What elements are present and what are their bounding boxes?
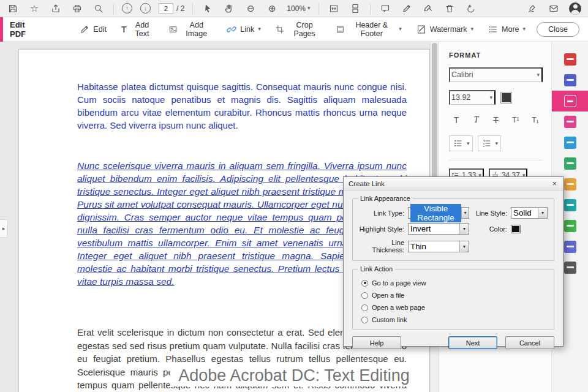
previous-page-button[interactable]: ↑ [122,3,132,13]
radio-button-icon[interactable] [361,304,368,311]
bullet-list-button[interactable] [452,138,464,149]
signature-button[interactable] [526,2,539,15]
combo-arrow[interactable]: ▾ [538,208,547,218]
pointer-icon [203,4,213,13]
chevron-down-icon: ▾ [307,6,311,11]
edit-icon [80,24,89,34]
edit-button[interactable]: Edit [76,22,110,37]
numbered-list-button[interactable] [481,138,493,149]
more-label: More [502,25,519,34]
toolbar-divider [192,3,193,14]
tool-send-review[interactable] [552,153,588,174]
crop-pages-button[interactable]: Crop Pages [272,18,325,40]
radio-button-icon[interactable] [361,280,368,287]
more-button[interactable]: More ▾ [484,22,529,37]
font-family-select[interactable]: Calibri ▾ [449,67,543,82]
radio-button-icon[interactable] [361,317,368,323]
paragraph[interactable]: Habitasse platea dictumst quisque sagitt… [77,80,407,132]
star-icon: ☆ [30,3,38,14]
scrollbar-thumb[interactable] [432,43,437,185]
comment-tool-button[interactable] [379,2,392,15]
account-button[interactable] [568,2,582,15]
panel-expand-arrow[interactable]: ▸ [0,219,8,238]
tool-fill-sign[interactable] [552,132,588,153]
help-button[interactable]: Help [352,336,401,349]
strikethrough-button[interactable]: T [488,113,503,127]
comment-bubble-icon [380,4,390,13]
close-button[interactable]: Close [537,22,579,37]
panel-divider [449,160,543,160]
italic-button[interactable]: T [469,113,483,127]
header-footer-button[interactable]: Header & Footer ▾ [333,18,405,40]
combo-arrow[interactable]: ▾ [459,224,469,234]
highlight-style-select[interactable]: Invert ▾ [408,223,469,235]
add-image-label: Add Image [181,21,212,38]
tool-create-pdf[interactable] [552,70,588,91]
avatar [569,2,581,15]
radio-open-a-web-page[interactable]: Open a web page [361,302,548,313]
dialog-close-button[interactable]: × [551,179,558,188]
header-footer-icon [336,24,344,34]
line-style-select[interactable]: Solid ▾ [511,207,548,219]
superscript-button[interactable]: T¹ [508,113,523,127]
hand-tool-button[interactable] [222,2,236,15]
add-text-button[interactable]: T Add Text [118,18,158,40]
chevron-down-icon[interactable]: ▾ [496,141,499,146]
share-button[interactable] [49,2,62,15]
undo-button[interactable] [464,2,478,15]
highlight-tool-button[interactable] [400,2,413,15]
chevron-down-icon[interactable]: ▾ [467,141,470,146]
header-footer-label: Header & Footer [348,21,395,38]
next-button[interactable]: Next [448,336,497,349]
print-button[interactable] [70,2,84,15]
chevron-down-icon: ▾ [537,72,540,78]
scrolling-pages-icon [350,4,360,13]
subscript-button[interactable]: T₁ [528,113,543,127]
radio-button-icon[interactable] [361,292,368,299]
link-color-swatch[interactable] [511,225,521,233]
search-button[interactable] [92,2,105,15]
enhance-scans-icon [564,220,576,232]
up-arrow-icon: ↑ [126,4,129,13]
tool-edit-pdf[interactable] [552,91,588,111]
line-thickness-select[interactable]: Thin ▾ [408,241,469,252]
radio-go-to-page-view[interactable]: Go to a page view [361,277,548,288]
delete-button[interactable] [443,2,456,15]
save-button[interactable] [6,2,20,15]
zoom-in-button[interactable]: ⊕ [265,2,279,15]
radio-custom-link[interactable]: Custom link [361,314,548,325]
color-label: Color: [473,225,507,233]
close-icon: × [552,179,557,188]
link-button[interactable]: Link ▾ [223,22,264,37]
select-tool-button[interactable] [201,2,214,15]
page-number-input[interactable]: 2 [159,3,173,14]
fit-page-button[interactable] [327,2,341,15]
dialog-title-bar[interactable]: Create Link × [344,177,563,190]
sign-tool-button[interactable] [421,2,435,15]
combo-arrow[interactable]: ▾ [461,208,469,218]
font-color-swatch[interactable] [500,92,512,104]
font-size-select[interactable]: 13.92 ▾ [449,90,496,105]
page-display-button[interactable] [349,2,362,15]
cancel-button[interactable]: Cancel [505,336,554,349]
zoom-out-button[interactable]: ⊖ [244,2,257,15]
list-icon [488,24,498,34]
zoom-level-select[interactable]: 100% ▾ [287,4,310,13]
add-image-button[interactable]: Add Image [165,18,216,40]
page-total-label: / 2 [176,4,184,13]
bullet-list-group: ▾ [449,135,473,151]
line-thickness-label: Line Thickness: [359,239,404,254]
bold-button[interactable]: T [449,113,464,127]
radio-open-a-file[interactable]: Open a file [361,290,548,301]
tool-combine-files[interactable] [552,111,588,132]
tool-export-pdf[interactable] [552,49,588,70]
edit-pdf-toolbar: Edit PDF Edit T Add Text Add Image Link … [0,17,588,42]
line-thickness-row: Line Thickness: Thin ▾ [359,239,548,254]
next-page-button[interactable]: ↓ [140,3,151,13]
mail-button[interactable] [547,2,560,15]
star-button[interactable]: ☆ [28,2,41,15]
fill-sign-icon [564,137,576,149]
combo-arrow[interactable]: ▾ [459,241,469,252]
watermark-button[interactable]: Watermark ▾ [413,22,477,37]
link-type-select[interactable]: Visible Rectangle ▾ [408,207,469,219]
